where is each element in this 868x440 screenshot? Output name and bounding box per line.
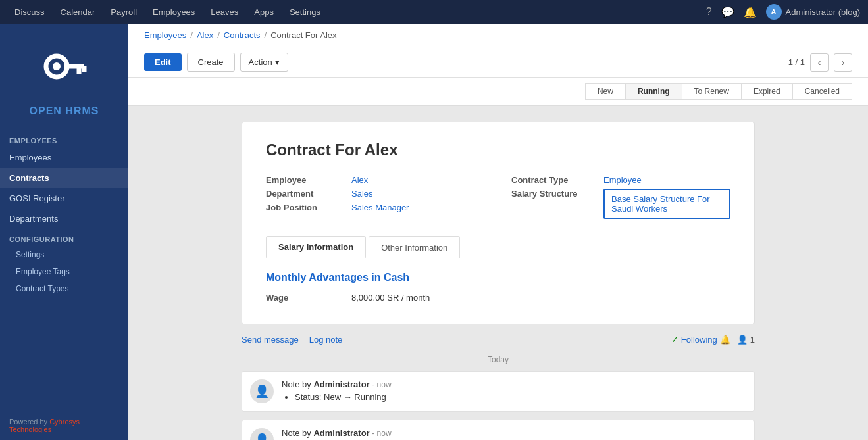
logo-text: OPEN HRMS: [30, 105, 99, 117]
follower-count[interactable]: 👤 1: [737, 335, 755, 345]
following-button[interactable]: ✓ Following 🔔: [671, 335, 730, 345]
msg-content-1: Note by Administrator - now Status: New …: [282, 379, 746, 403]
msg-content-2: Note by Administrator - now: [282, 428, 746, 437]
breadcrumb-contracts[interactable]: Contracts: [224, 30, 261, 40]
sidebar-item-contracts[interactable]: Contracts: [0, 168, 128, 188]
msg-avatar-2: 👤: [250, 428, 274, 440]
salary-structure-value: Base Salary Structure For Saudi Workers: [611, 194, 723, 214]
tab-salary-information[interactable]: Salary Information: [266, 236, 366, 258]
action-button[interactable]: Action ▾: [240, 53, 288, 72]
status-new[interactable]: New: [585, 83, 626, 100]
department-row: Department Sales: [266, 189, 485, 199]
nav-calendar[interactable]: Calendar: [54, 5, 102, 20]
sidebar-item-departments[interactable]: Departments: [0, 208, 128, 229]
toolbar-left: Edit Create Action ▾: [144, 53, 288, 72]
edit-button[interactable]: Edit: [144, 53, 182, 71]
next-button[interactable]: ›: [834, 53, 852, 72]
breadcrumb-sep-3: /: [265, 30, 267, 40]
toolbar-right: 1 / 1 ‹ ›: [788, 53, 852, 72]
send-message-button[interactable]: Send message: [242, 335, 299, 345]
msg-status-change: Status: New → Running: [295, 392, 746, 402]
msg-author-2: Administrator: [313, 428, 369, 438]
help-icon[interactable]: ?: [706, 6, 712, 18]
department-value[interactable]: Sales: [351, 189, 373, 199]
contract-type-value[interactable]: Employee: [603, 175, 642, 185]
nav-employees[interactable]: Employees: [146, 5, 201, 20]
toolbar: Edit Create Action ▾ 1 / 1 ‹ ›: [128, 47, 868, 78]
breadcrumb-sep-1: /: [190, 30, 193, 40]
msg-time-1: - now: [372, 380, 391, 389]
department-label: Department: [266, 189, 351, 199]
person-icon: 👤: [737, 335, 748, 345]
sidebar-item-employees[interactable]: Employees: [0, 147, 128, 168]
log-note-button[interactable]: Log note: [309, 335, 343, 345]
msg-time-2: - now: [372, 429, 391, 438]
status-cancelled[interactable]: Cancelled: [792, 83, 852, 100]
tab-other-information[interactable]: Other Information: [369, 236, 460, 258]
fields-right: Contract Type Employee Salary Structure …: [511, 175, 730, 223]
salary-structure-row: Salary Structure Base Salary Structure F…: [511, 189, 730, 219]
salary-structure-box[interactable]: Base Salary Structure For Saudi Workers: [603, 189, 730, 219]
nav-payroll[interactable]: Payroll: [104, 5, 143, 20]
main-layout: OPEN HRMS Employees Employees Contracts …: [0, 24, 868, 440]
employee-label: Employee: [266, 175, 351, 185]
today-label: Today: [488, 355, 509, 364]
tabs-row: Salary Information Other Information: [266, 236, 730, 258]
logo-icon: [38, 43, 91, 96]
employee-value[interactable]: Alex: [351, 175, 368, 185]
msg-avatar-1: 👤: [250, 379, 274, 403]
breadcrumb-alex[interactable]: Alex: [197, 30, 213, 40]
prev-button[interactable]: ‹: [810, 53, 829, 72]
sidebar-section-config: Configuration: [0, 229, 128, 246]
follower-number: 1: [750, 335, 755, 345]
create-button[interactable]: Create: [187, 53, 235, 72]
chat-icon[interactable]: 💬: [721, 6, 734, 18]
status-bar: New Running To Renew Expired Cancelled: [128, 78, 868, 106]
nav-settings[interactable]: Settings: [283, 5, 327, 20]
sidebar-section-employees: Employees: [0, 130, 128, 147]
sidebar-item-gosi[interactable]: GOSI Register: [0, 188, 128, 208]
msg-header-2: Note by Administrator - now: [282, 428, 746, 438]
job-position-value[interactable]: Sales Manager: [351, 203, 409, 212]
wage-value: 8,000.00 SR / month: [351, 293, 430, 303]
user-menu[interactable]: A Administrator (blog): [766, 4, 860, 20]
arrow-icon: →: [344, 392, 352, 402]
job-position-label: Job Position: [266, 203, 351, 212]
contract-type-row: Contract Type Employee: [511, 175, 730, 185]
wage-row: Wage 8,000.00 SR / month: [266, 293, 730, 303]
sidebar-item-employee-tags[interactable]: Employee Tags: [0, 263, 128, 280]
monthly-title: Monthly Advantages in Cash: [266, 272, 730, 283]
contract-title: Contract For Alex: [266, 141, 730, 159]
sidebar-item-settings[interactable]: Settings: [0, 246, 128, 263]
main-content: Employees / Alex / Contracts / Contract …: [128, 24, 868, 440]
logo-open: OPEN: [30, 105, 62, 116]
wage-label: Wage: [266, 293, 351, 303]
status-expired[interactable]: Expired: [741, 83, 793, 100]
company-link[interactable]: Cybrosys Technologies: [9, 418, 80, 433]
nav-discuss[interactable]: Discuss: [8, 5, 51, 20]
sidebar: OPEN HRMS Employees Employees Contracts …: [0, 24, 128, 440]
pagination-count: 1 / 1: [788, 57, 805, 67]
fields-grid: Employee Alex Department Sales Job Posit…: [266, 175, 730, 223]
chatter-message-1: 👤 Note by Administrator - now Status: Ne…: [242, 371, 755, 412]
nav-leaves[interactable]: Leaves: [204, 5, 245, 20]
following-label: Following: [681, 335, 717, 345]
svg-point-1: [53, 62, 61, 70]
top-navigation: Discuss Calendar Payroll Employees Leave…: [0, 0, 868, 24]
avatar: A: [766, 4, 782, 20]
action-label: Action: [249, 57, 272, 67]
job-position-row: Job Position Sales Manager: [266, 203, 485, 212]
sidebar-item-contract-types[interactable]: Contract Types: [0, 280, 128, 297]
contract-card: Contract For Alex Employee Alex Departme…: [242, 122, 755, 324]
nav-apps[interactable]: Apps: [247, 5, 280, 20]
nav-menu: Discuss Calendar Payroll Employees Leave…: [8, 5, 327, 20]
nav-right: ? 💬 🔔 A Administrator (blog): [706, 4, 860, 20]
breadcrumb-employees[interactable]: Employees: [144, 30, 186, 40]
breadcrumb: Employees / Alex / Contracts / Contract …: [128, 24, 868, 47]
employee-row: Employee Alex: [266, 175, 485, 185]
status-to-renew[interactable]: To Renew: [682, 83, 742, 100]
status-running[interactable]: Running: [625, 83, 682, 100]
msg-header-1: Note by Administrator - now: [282, 379, 746, 389]
bell-icon[interactable]: 🔔: [744, 6, 757, 18]
logo-box: [32, 37, 97, 103]
